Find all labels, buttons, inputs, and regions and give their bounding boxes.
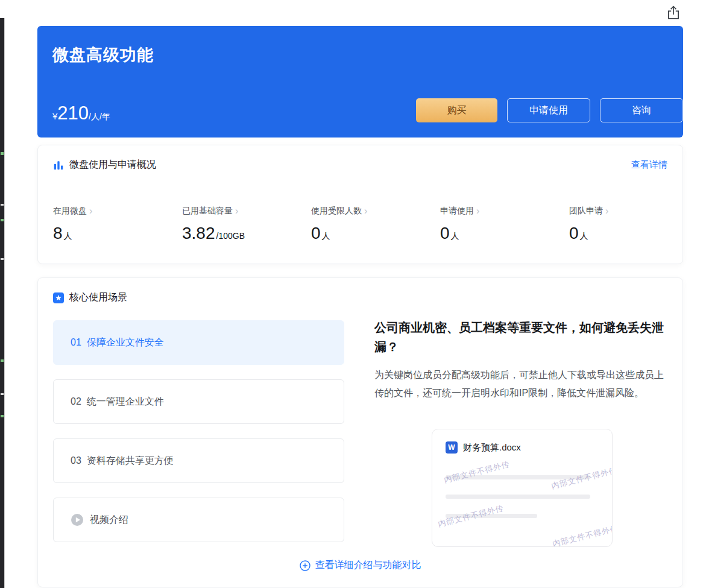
sliver-speck [1, 258, 4, 260]
scenarios-card-header: 核心使用场景 [53, 291, 667, 304]
compare-features-label: 查看详细介绍与功能对比 [315, 559, 421, 572]
scenario-index: 03 [71, 455, 81, 466]
document-text-line [446, 495, 590, 499]
document-preview: W 财务预算.docx 内部文件不得外传 内部文件不得外传 内部文件不得外传 内… [432, 429, 613, 547]
sliver-speck [1, 152, 4, 155]
document-header: W 财务预算.docx [446, 441, 521, 454]
consult-button[interactable]: 咨询 [600, 98, 683, 122]
stat-label-text: 申请使用 [440, 206, 474, 217]
watermark-text: 内部文件不得外传 [551, 523, 613, 547]
scenario-heading: 公司商业机密、员工档案等重要文件，如何避免丢失泄漏？ [374, 318, 664, 356]
word-doc-icon: W [446, 441, 458, 454]
watermark-text: 内部文件不得外传 [550, 465, 613, 492]
price-value: 210 [57, 103, 89, 124]
stat-value: 0 人 [569, 224, 698, 243]
scenario-label: 统一管理企业文件 [87, 396, 164, 408]
stat-apply-use: 申请使用 › 0 人 [440, 206, 569, 243]
scenario-detail: 公司商业机密、员工档案等重要文件，如何避免丢失泄漏？ 为关键岗位成员分配高级功能… [374, 318, 664, 402]
stat-label-text: 已用基础容量 [182, 206, 233, 217]
stat-restricted-users: 使用受限人数 › 0 人 [311, 206, 440, 243]
usage-stats: 在用微盘 › 8 人 已用基础容量 › 3.82 /100GB 使用受限人数 › [53, 206, 698, 243]
chevron-right-icon: › [476, 206, 479, 216]
chevron-right-icon: › [235, 206, 238, 216]
sliver-speck [1, 393, 4, 395]
stat-label-text: 团队申请 [569, 206, 603, 217]
stat-value: 0 人 [311, 224, 440, 243]
chevron-right-icon: › [605, 206, 608, 216]
sliver-speck [1, 359, 4, 362]
chevron-right-icon: › [364, 206, 367, 216]
usage-card-header: 微盘使用与申请概况 查看详情 [53, 159, 667, 171]
watermark-text: 内部文件不得外传 [443, 459, 511, 486]
scenario-list: 01 保障企业文件安全 02 统一管理企业文件 03 资料存储共享更方便 视频介… [53, 320, 344, 542]
scenario-body: 为关键岗位成员分配高级功能后，可禁止他人下载或导出这些成员上传的文件，还可统一开… [374, 366, 664, 402]
bookmark-star-icon [53, 292, 64, 303]
plus-circle-icon [300, 560, 310, 571]
stat-used-capacity: 已用基础容量 › 3.82 /100GB [182, 206, 311, 243]
share-icon[interactable] [664, 3, 683, 22]
stat-label[interactable]: 使用受限人数 › [311, 206, 440, 217]
compare-features-link[interactable]: 查看详细介绍与功能对比 [38, 559, 682, 572]
scenarios-title: 核心使用场景 [69, 291, 127, 304]
usage-title: 微盘使用与申请概况 [69, 159, 156, 171]
stat-value: 0 人 [440, 224, 569, 243]
stat-label-text: 使用受限人数 [311, 206, 362, 217]
scenarios-card: 核心使用场景 01 保障企业文件安全 02 统一管理企业文件 03 资料存储共享… [37, 277, 683, 587]
price-unit: /人/年 [89, 112, 110, 122]
video-intro-label: 视频介绍 [90, 514, 128, 526]
stat-value: 3.82 /100GB [182, 224, 311, 243]
sliver-speck [1, 204, 4, 206]
apply-button[interactable]: 申请使用 [507, 98, 590, 122]
stat-value: 8 人 [53, 224, 182, 243]
stat-active-drive: 在用微盘 › 8 人 [53, 206, 182, 243]
stat-label[interactable]: 在用微盘 › [53, 206, 182, 217]
stat-label[interactable]: 已用基础容量 › [182, 206, 311, 217]
scenario-item-storage-sharing[interactable]: 03 资料存储共享更方便 [53, 438, 344, 483]
scenario-item-unified-management[interactable]: 02 统一管理企业文件 [53, 379, 344, 424]
hero-card: 微盘高级功能 ¥ 210 /人/年 购买 申请使用 咨询 [37, 26, 683, 138]
sliver-speck [1, 415, 4, 417]
document-name: 财务预算.docx [463, 442, 521, 454]
price-currency: ¥ [52, 111, 57, 121]
price: ¥ 210 /人/年 [52, 103, 110, 124]
page-title: 微盘高级功能 [52, 44, 154, 66]
stat-label[interactable]: 团队申请 › [569, 206, 698, 217]
scenario-label: 保障企业文件安全 [87, 337, 164, 349]
left-window-sliver [0, 18, 5, 588]
usage-overview-card: 微盘使用与申请概况 查看详情 在用微盘 › 8 人 已用基础容量 › 3.82 … [37, 145, 683, 264]
video-intro-item[interactable]: 视频介绍 [53, 498, 344, 542]
sliver-speck [1, 219, 4, 221]
stat-team-apply: 团队申请 › 0 人 [569, 206, 698, 243]
bar-chart-icon [53, 160, 64, 171]
scenario-label: 资料存储共享更方便 [87, 455, 174, 467]
play-icon [71, 513, 84, 526]
stat-label[interactable]: 申请使用 › [440, 206, 569, 217]
stat-label-text: 在用微盘 [53, 206, 87, 217]
buy-button[interactable]: 购买 [416, 98, 497, 122]
chevron-right-icon: › [89, 206, 92, 216]
scenario-item-file-security[interactable]: 01 保障企业文件安全 [53, 320, 344, 365]
hero-actions: 购买 申请使用 咨询 [416, 98, 683, 122]
scenario-index: 01 [71, 337, 81, 348]
scenario-index: 02 [71, 396, 81, 407]
view-details-link[interactable]: 查看详情 [631, 159, 667, 171]
